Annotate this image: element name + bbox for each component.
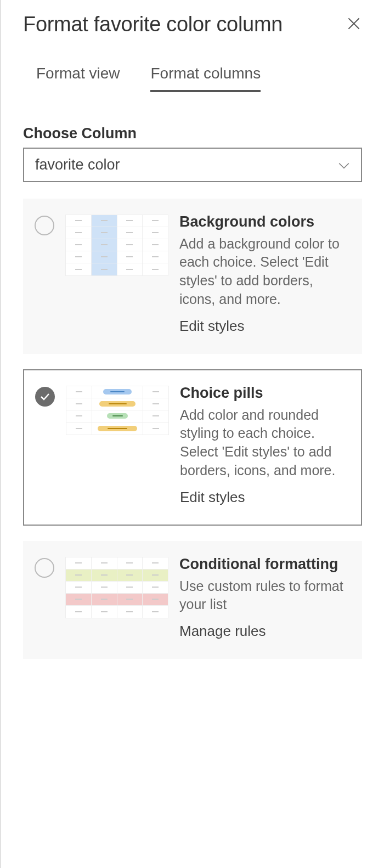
checkmark-icon — [40, 393, 50, 401]
close-button[interactable] — [346, 15, 362, 34]
edit-styles-link[interactable]: Edit styles — [180, 489, 350, 506]
manage-rules-link[interactable]: Manage rules — [179, 623, 351, 640]
choose-column-label: Choose Column — [23, 125, 362, 142]
option-conditional-formatting[interactable]: Conditional formatting Use custom rules … — [23, 541, 362, 660]
tab-format-view[interactable]: Format view — [36, 65, 120, 92]
tab-bar: Format view Format columns — [23, 65, 362, 92]
preview-conditional-formatting — [65, 557, 168, 640]
option-title: Conditional formatting — [179, 556, 351, 573]
panel-title: Format favorite color column — [23, 12, 283, 37]
tab-format-columns[interactable]: Format columns — [150, 65, 261, 92]
option-content: Background colors Add a background color… — [179, 213, 351, 335]
option-description: Use custom rules to format your list — [179, 577, 351, 615]
radio-conditional-formatting[interactable] — [35, 558, 54, 578]
option-title: Background colors — [179, 213, 351, 230]
radio-background-colors[interactable] — [35, 216, 54, 235]
option-content: Conditional formatting Use custom rules … — [179, 556, 351, 640]
option-choice-pills[interactable]: Choice pills Add color and rounded styli… — [23, 369, 362, 526]
format-column-panel: Format favorite color column Format view… — [1, 0, 384, 696]
panel-header: Format favorite color column — [23, 12, 362, 37]
preview-background-colors — [65, 215, 168, 335]
option-background-colors[interactable]: Background colors Add a background color… — [23, 199, 362, 354]
option-description: Add color and rounded styling to each ch… — [180, 406, 350, 480]
radio-choice-pills[interactable] — [35, 387, 55, 407]
option-title: Choice pills — [180, 385, 350, 402]
preview-choice-pills — [66, 386, 169, 506]
column-select-value: favorite color — [35, 156, 120, 173]
option-content: Choice pills Add color and rounded styli… — [180, 385, 350, 506]
edit-styles-link[interactable]: Edit styles — [179, 318, 351, 335]
chevron-down-icon — [338, 156, 350, 173]
option-description: Add a background color to each choice. S… — [179, 235, 351, 309]
close-icon — [348, 18, 360, 30]
column-select[interactable]: favorite color — [23, 148, 362, 182]
